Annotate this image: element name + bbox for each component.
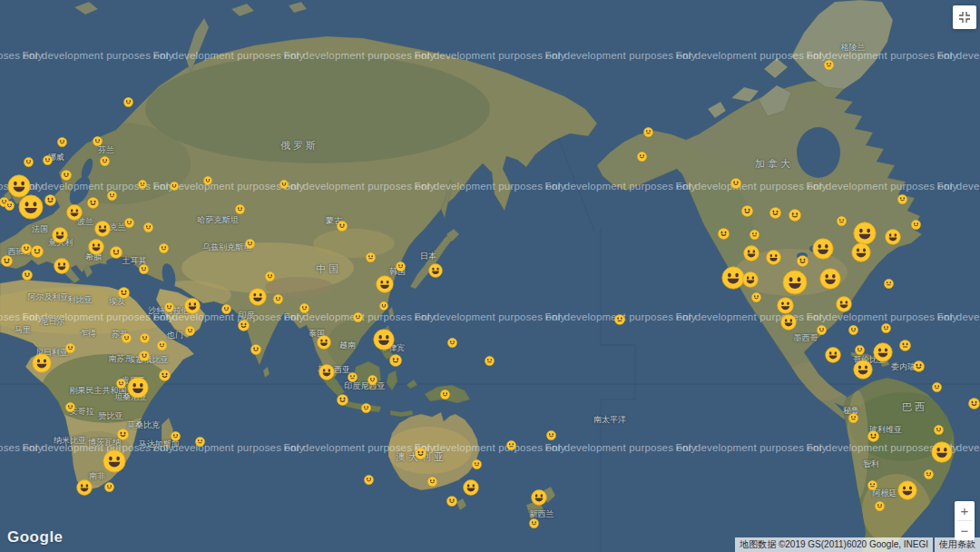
emoji-marker[interactable] — [848, 325, 858, 335]
emoji-marker[interactable] — [337, 394, 348, 406]
emoji-marker[interactable] — [138, 180, 147, 189]
emoji-marker[interactable] — [782, 270, 808, 295]
emoji-marker[interactable] — [742, 271, 759, 288]
emoji-marker[interactable] — [117, 429, 129, 440]
emoji-marker[interactable] — [379, 301, 388, 310]
emoji-marker[interactable] — [851, 242, 871, 262]
emoji-marker[interactable] — [22, 270, 33, 281]
emoji-marker[interactable] — [221, 304, 231, 314]
emoji-marker[interactable] — [44, 194, 56, 206]
emoji-marker[interactable] — [819, 268, 841, 290]
emoji-marker[interactable] — [171, 431, 181, 441]
emoji-marker[interactable] — [104, 482, 114, 492]
emoji-marker[interactable] — [766, 250, 781, 265]
emoji-marker[interactable] — [396, 261, 406, 271]
emoji-marker[interactable] — [1, 255, 13, 267]
emoji-marker[interactable] — [924, 469, 934, 479]
emoji-marker[interactable] — [812, 238, 834, 260]
emoji-marker[interactable] — [366, 252, 376, 262]
emoji-marker[interactable] — [107, 191, 117, 201]
emoji-marker[interactable] — [415, 448, 426, 459]
emoji-marker[interactable] — [164, 302, 174, 312]
emoji-marker[interactable] — [741, 205, 753, 217]
emoji-marker[interactable] — [100, 156, 110, 166]
emoji-marker[interactable] — [250, 344, 261, 355]
emoji-marker[interactable] — [118, 287, 130, 299]
emoji-marker[interactable] — [368, 375, 377, 385]
emoji-marker[interactable] — [463, 479, 479, 496]
emoji-marker[interactable] — [932, 382, 942, 392]
emoji-marker[interactable] — [21, 243, 32, 254]
emoji-marker[interactable] — [934, 425, 944, 435]
emoji-marker[interactable] — [279, 180, 289, 189]
emoji-marker[interactable] — [184, 298, 201, 314]
emoji-marker[interactable] — [238, 320, 250, 331]
map-canvas[interactable]: For development purposes onlyFor develop… — [0, 0, 980, 552]
emoji-marker[interactable] — [124, 218, 134, 228]
emoji-marker[interactable] — [140, 333, 150, 343]
emoji-marker[interactable] — [730, 178, 741, 189]
emoji-marker[interactable] — [529, 518, 539, 528]
emoji-marker[interactable] — [743, 245, 760, 261]
emoji-marker[interactable] — [139, 264, 149, 274]
emoji-marker[interactable] — [159, 370, 171, 381]
emoji-marker[interactable] — [789, 209, 801, 222]
emoji-marker[interactable] — [506, 440, 516, 450]
emoji-marker[interactable] — [94, 221, 111, 237]
emoji-marker[interactable] — [24, 157, 34, 167]
emoji-marker[interactable] — [318, 364, 335, 380]
emoji-marker[interactable] — [65, 402, 75, 412]
emoji-marker[interactable] — [718, 228, 730, 240]
emoji-marker[interactable] — [769, 207, 781, 219]
emoji-marker[interactable] — [797, 255, 808, 267]
emoji-marker[interactable] — [116, 379, 126, 389]
emoji-marker[interactable] — [777, 297, 794, 314]
emoji-marker[interactable] — [122, 333, 132, 343]
emoji-marker[interactable] — [848, 413, 858, 423]
emoji-marker[interactable] — [968, 398, 980, 409]
emoji-marker[interactable] — [195, 437, 205, 447]
emoji-marker[interactable] — [337, 221, 348, 232]
emoji-marker[interactable] — [817, 325, 827, 335]
emoji-marker[interactable] — [61, 170, 72, 181]
emoji-marker[interactable] — [87, 197, 99, 209]
emoji-marker[interactable] — [867, 430, 879, 442]
emoji-marker[interactable] — [885, 229, 901, 245]
emoji-marker[interactable] — [614, 314, 625, 325]
emoji-marker[interactable] — [824, 60, 834, 70]
emoji-marker[interactable] — [157, 340, 167, 350]
emoji-marker[interactable] — [54, 258, 70, 274]
emoji-marker[interactable] — [447, 338, 457, 348]
emoji-marker[interactable] — [317, 335, 331, 350]
emoji-marker[interactable] — [361, 403, 371, 413]
emoji-marker[interactable] — [170, 182, 179, 191]
emoji-marker[interactable] — [143, 222, 153, 232]
fullscreen-button[interactable] — [953, 5, 976, 29]
emoji-marker[interactable] — [185, 326, 195, 336]
emoji-marker[interactable] — [637, 152, 647, 162]
emoji-marker[interactable] — [299, 303, 309, 313]
emoji-marker[interactable] — [139, 350, 150, 361]
emoji-marker[interactable] — [875, 501, 885, 511]
emoji-marker[interactable] — [373, 329, 395, 350]
google-logo[interactable]: Google — [7, 528, 64, 547]
emoji-marker[interactable] — [43, 155, 53, 165]
emoji-marker[interactable] — [485, 356, 495, 366]
emoji-marker[interactable] — [427, 477, 437, 487]
emoji-marker[interactable] — [867, 480, 877, 490]
terms-of-use-link[interactable]: 使用条款 — [935, 537, 980, 552]
emoji-marker[interactable] — [88, 239, 104, 255]
emoji-marker[interactable] — [18, 194, 44, 220]
emoji-marker[interactable] — [837, 216, 847, 226]
emoji-marker[interactable] — [265, 271, 275, 281]
emoji-marker[interactable] — [546, 430, 556, 440]
emoji-marker[interactable] — [235, 204, 245, 214]
emoji-marker[interactable] — [913, 360, 925, 372]
emoji-marker[interactable] — [853, 360, 873, 380]
emoji-marker[interactable] — [66, 204, 83, 221]
emoji-marker[interactable] — [751, 292, 761, 302]
emoji-marker[interactable] — [159, 243, 169, 253]
emoji-marker[interactable] — [531, 489, 547, 506]
emoji-marker[interactable] — [52, 227, 68, 243]
emoji-marker[interactable] — [643, 127, 653, 137]
